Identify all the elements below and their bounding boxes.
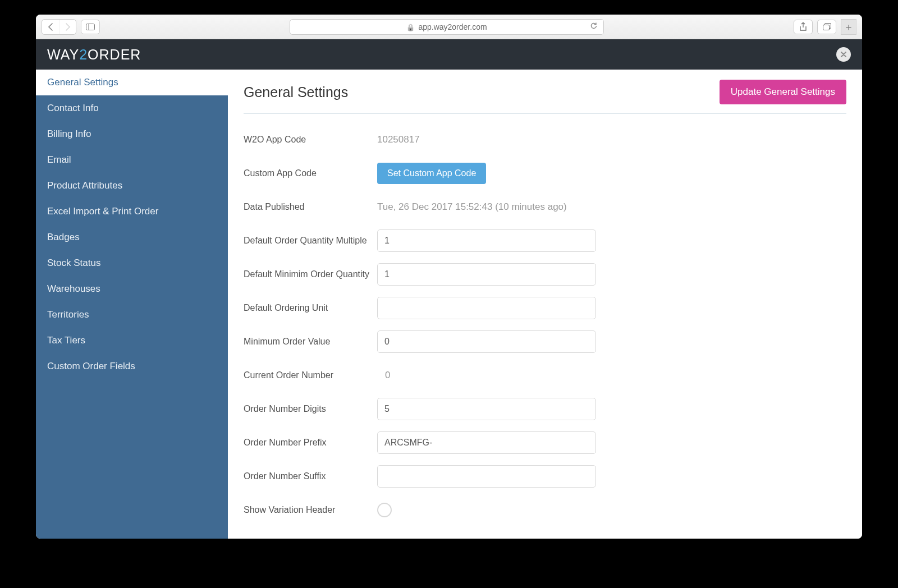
label-current-order-number: Current Order Number [244, 370, 377, 380]
value-current-order-number: 0 [377, 370, 390, 381]
label-min-order-value: Minimum Order Value [244, 337, 377, 347]
close-icon [841, 52, 846, 57]
sidebar-item-billing-info[interactable]: Billing Info [36, 121, 228, 147]
page-header: General Settings Update General Settings [244, 80, 846, 114]
row-w2o-app-code: W2O App Code 10250817 [244, 128, 846, 151]
share-icon [799, 22, 807, 31]
input-min-order-value[interactable] [377, 330, 596, 353]
sidebar-item-warehouses[interactable]: Warehouses [36, 276, 228, 302]
chevron-left-icon [48, 23, 53, 31]
svg-rect-0 [86, 24, 95, 30]
back-button[interactable] [42, 20, 59, 34]
input-default-qty-multiple[interactable] [377, 229, 596, 252]
forward-button[interactable] [59, 20, 76, 34]
sidebar-item-tax-tiers[interactable]: Tax Tiers [36, 328, 228, 353]
sidebar-item-label: Billing Info [47, 128, 91, 139]
sidebar-item-label: Warehouses [47, 283, 100, 294]
update-settings-button[interactable]: Update General Settings [720, 80, 846, 104]
row-current-order-number: Current Order Number 0 [244, 364, 846, 387]
logo-part-way: WAY [47, 47, 79, 62]
input-order-number-prefix[interactable] [377, 431, 596, 454]
logo-part-order: ORDER [88, 47, 141, 62]
sidebar-item-label: Product Attributes [47, 180, 122, 191]
sidebar-item-label: Badges [47, 232, 80, 242]
lock-icon [406, 22, 415, 31]
app-logo: WAY2ORDER [47, 47, 141, 63]
label-w2o-app-code: W2O App Code [244, 135, 377, 145]
new-tab-button[interactable]: ＋ [841, 19, 856, 35]
app-body: General Settings Contact Info Billing In… [36, 70, 862, 539]
device-frame: app.way2order.com ＋ WAY2ORDER [27, 6, 871, 567]
browser-window: app.way2order.com ＋ WAY2ORDER [36, 15, 862, 539]
toggle-show-variation-header[interactable] [377, 503, 392, 517]
nav-button-group [42, 19, 76, 35]
sidebar-item-label: Stock Status [47, 258, 100, 268]
page-title: General Settings [244, 84, 348, 100]
row-min-order-value: Minimum Order Value [244, 330, 846, 353]
sidebar-item-label: Territories [47, 309, 89, 320]
label-order-number-suffix: Order Number Suffix [244, 471, 377, 481]
sidebar-item-label: Excel Import & Print Order [47, 206, 158, 217]
share-button[interactable] [794, 20, 813, 34]
sidebar-item-general-settings[interactable]: General Settings [36, 70, 228, 95]
value-data-published: Tue, 26 Dec 2017 15:52:43 (10 minutes ag… [377, 201, 567, 213]
sidebar-item-label: Email [47, 154, 71, 165]
row-default-unit: Default Ordering Unit [244, 297, 846, 319]
label-custom-app-code: Custom App Code [244, 168, 377, 178]
svg-rect-3 [823, 25, 829, 30]
row-order-number-digits: Order Number Digits [244, 398, 846, 420]
sidebar: General Settings Contact Info Billing In… [36, 70, 228, 539]
browser-toolbar: app.way2order.com ＋ [36, 15, 862, 39]
chevron-right-icon [65, 23, 71, 31]
right-chrome-group: ＋ [794, 19, 856, 35]
sidebar-item-product-attributes[interactable]: Product Attributes [36, 173, 228, 199]
reload-icon [590, 22, 598, 30]
row-order-number-prefix: Order Number Prefix [244, 431, 846, 454]
row-default-min-qty: Default Minimim Order Quantity [244, 263, 846, 286]
address-bar[interactable]: app.way2order.com [290, 19, 604, 35]
label-default-qty-multiple: Default Order Quantity Multiple [244, 236, 377, 246]
label-order-number-prefix: Order Number Prefix [244, 438, 377, 448]
sidebar-item-label: Custom Order Fields [47, 361, 135, 371]
app-header: WAY2ORDER [36, 39, 862, 70]
sidebar-item-label: General Settings [47, 77, 118, 88]
row-show-variation-header: Show Variation Header [244, 499, 846, 521]
tabs-icon [823, 23, 831, 30]
sidebar-toggle-button[interactable] [81, 20, 100, 34]
set-custom-app-code-button[interactable]: Set Custom App Code [377, 163, 486, 184]
input-order-number-digits[interactable] [377, 398, 596, 420]
sidebar-item-email[interactable]: Email [36, 147, 228, 173]
sidebar-item-contact-info[interactable]: Contact Info [36, 95, 228, 121]
sidebar-item-badges[interactable]: Badges [36, 224, 228, 250]
row-default-qty-multiple: Default Order Quantity Multiple [244, 229, 846, 252]
sidebar-item-label: Contact Info [47, 103, 99, 113]
row-data-published: Data Published Tue, 26 Dec 2017 15:52:43… [244, 196, 846, 218]
label-show-variation-header: Show Variation Header [244, 505, 377, 515]
label-default-unit: Default Ordering Unit [244, 303, 377, 313]
sidebar-item-label: Tax Tiers [47, 335, 85, 346]
label-default-min-qty: Default Minimim Order Quantity [244, 269, 377, 279]
row-custom-app-code: Custom App Code Set Custom App Code [244, 162, 846, 185]
value-w2o-app-code: 10250817 [377, 134, 420, 145]
sidebar-item-stock-status[interactable]: Stock Status [36, 250, 228, 276]
sidebar-item-excel-import[interactable]: Excel Import & Print Order [36, 199, 228, 224]
main-content: General Settings Update General Settings… [228, 70, 862, 539]
row-order-number-suffix: Order Number Suffix [244, 465, 846, 488]
sidebar-icon [86, 24, 95, 30]
close-button[interactable] [836, 47, 851, 62]
sidebar-item-custom-order-fields[interactable]: Custom Order Fields [36, 353, 228, 379]
input-order-number-suffix[interactable] [377, 465, 596, 488]
label-order-number-digits: Order Number Digits [244, 404, 377, 414]
input-default-unit[interactable] [377, 297, 596, 319]
input-default-min-qty[interactable] [377, 263, 596, 286]
logo-part-two: 2 [79, 47, 88, 62]
sidebar-item-territories[interactable]: Territories [36, 302, 228, 328]
url-host: app.way2order.com [418, 22, 487, 31]
tabs-button[interactable] [817, 20, 836, 34]
reload-button[interactable] [590, 22, 598, 31]
label-data-published: Data Published [244, 202, 377, 212]
